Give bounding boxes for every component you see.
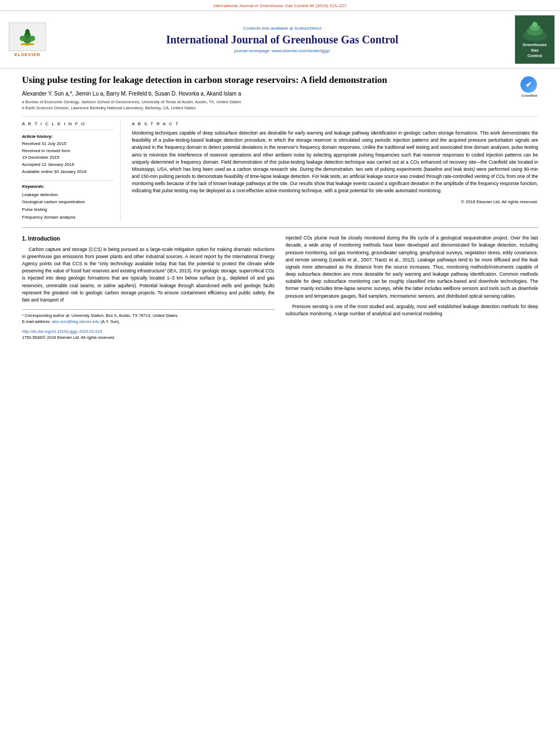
article-history-label: Article history: (22, 133, 114, 141)
svg-rect-6 (21, 43, 34, 45)
article-history: Article history: Received 31 July 2015 R… (22, 130, 114, 176)
received-revised-label: Received in revised form (22, 148, 114, 155)
main-content: Using pulse testing for leakage detectio… (0, 69, 560, 346)
article-title-section: Using pulse testing for leakage detectio… (22, 74, 538, 117)
top-link-bar: International Journal of Greenhouse Gas … (0, 0, 560, 10)
authors: Alexander Y. Sun a,*, Jiemin Lu a, Barry… (22, 91, 515, 97)
svg-point-3 (25, 29, 30, 35)
email-label: E-mail address: (22, 319, 51, 324)
svg-point-4 (20, 36, 25, 41)
elsevier-tree-icon (15, 27, 40, 46)
affiliations: a Bureau of Economic Geology, Jackson Sc… (22, 99, 515, 111)
journal-title-center: Contents lists available at ScienceDirec… (55, 26, 509, 53)
journal-header: ELSEVIER Contents lists available at Sci… (0, 10, 560, 69)
svg-point-5 (30, 36, 35, 41)
keyword-3: Pulse testing (22, 206, 114, 214)
abstract-heading: A B S T R A C T (132, 121, 538, 126)
svg-point-11 (532, 22, 537, 27)
abstract-text: Monitoring techniques capable of deep su… (132, 130, 538, 195)
article-title-text: Using pulse testing for leakage detectio… (22, 74, 515, 111)
affiliation-a: a Bureau of Economic Geology, Jackson Sc… (22, 99, 515, 105)
crossmark-label: CrossMark (520, 94, 538, 97)
section1-para1: Carbon capture and storage (CCS) is bein… (22, 246, 275, 304)
received-revised-date: 19 December 2015 (22, 154, 114, 161)
footnote-email: E-mail address: alex.sun@beg.utexas.edu … (22, 319, 275, 325)
journal-citation: International Journal of Greenhouse Gas … (214, 3, 346, 8)
abstract-col: A B S T R A C T Monitoring techniques ca… (132, 121, 538, 221)
article-title: Using pulse testing for leakage detectio… (22, 74, 515, 86)
email-who: (A.Y. Sun). (100, 319, 120, 324)
footnotes: * Corresponding author at: University St… (22, 309, 275, 341)
keywords-section: Keywords: Leakage detection Geological c… (22, 180, 114, 221)
section1-col2-para2: Pressure sensing is one of the most stud… (285, 303, 538, 317)
email-link[interactable]: alex.sun@beg.utexas.edu (52, 319, 99, 324)
doi-line: http://dx.doi.org/10.1016/j.ijggc.2016.0… (22, 328, 275, 334)
available-online: Available online 30 January 2016 (22, 169, 114, 176)
homepage-link[interactable]: www.elsevier.com/locate/ijggc (272, 48, 330, 53)
section-divider (22, 227, 538, 228)
body-col-left: 1. Introduction Carbon capture and stora… (22, 235, 275, 341)
section1-heading: 1. Introduction (22, 235, 275, 243)
elsevier-logo: ELSEVIER (5, 23, 49, 57)
sciencedirect-link[interactable]: ScienceDirect (294, 26, 321, 31)
footnote-star: * Corresponding author at: University St… (22, 313, 275, 319)
article-info-col: A R T I C L E I N F O Article history: R… (22, 121, 121, 221)
doi-link[interactable]: http://dx.doi.org/10.1016/j.ijggc.2016.0… (22, 329, 102, 334)
contents-line: Contents lists available at ScienceDirec… (55, 26, 509, 31)
journal-homepage: journal homepage: www.elsevier.com/locat… (55, 48, 509, 53)
keywords-list: Leakage detection Geological carbon sequ… (22, 191, 114, 221)
journal-cover-image: Greenhouse Gas Control (515, 15, 555, 64)
body-col-right: injected CO₂ plume must be closely monit… (285, 235, 538, 341)
keyword-2: Geological carbon sequestration (22, 198, 114, 206)
keywords-heading: Keywords: (22, 184, 114, 189)
crossmark: ✔ CrossMark (520, 76, 538, 97)
journal-title: International Journal of Greenhouse Gas … (55, 33, 509, 46)
issn-line: 1750-5836/© 2016 Elsevier Ltd. All right… (22, 334, 275, 341)
received-date: Received 31 July 2015 (22, 141, 114, 148)
keyword-4: Frequency domain analysis (22, 214, 114, 221)
affiliation-b: b Earth Sciences Division, Lawrence Berk… (22, 105, 515, 111)
article-info-heading: A R T I C L E I N F O (22, 121, 114, 126)
cover-graphic-icon (518, 20, 551, 42)
cover-title: Greenhouse Gas Control (523, 42, 547, 58)
body-content: 1. Introduction Carbon capture and stora… (22, 235, 538, 341)
section1-col2-para1: injected CO₂ plume must be closely monit… (285, 235, 538, 300)
accepted-date: Accepted 12 January 2016 (22, 161, 114, 169)
article-info-abstract: A R T I C L E I N F O Article history: R… (22, 121, 538, 221)
copyright-line: © 2016 Elsevier Ltd. All rights reserved… (132, 199, 538, 204)
crossmark-icon: ✔ (520, 76, 537, 93)
keyword-1: Leakage detection (22, 191, 114, 199)
elsevier-wordmark: ELSEVIER (14, 52, 41, 57)
